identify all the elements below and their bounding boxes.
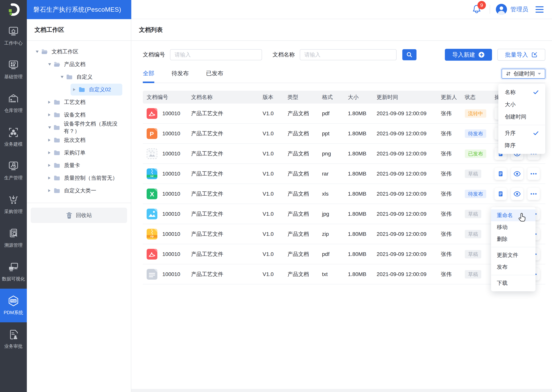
rail-item-pdm-hexagon[interactable]: PDM PDM系统 bbox=[0, 289, 27, 322]
sort-field-option[interactable]: 创建时间 bbox=[498, 111, 545, 123]
doc-size: 1.80MB bbox=[348, 251, 377, 257]
rail-item-cart-download[interactable]: 采购管理 bbox=[0, 188, 27, 221]
tab-待发布[interactable]: 待发布 bbox=[172, 70, 189, 83]
sort-field-option[interactable]: 大小 bbox=[498, 98, 545, 111]
rail-item-screens[interactable]: 数据可视化 bbox=[0, 255, 27, 289]
notifications-button[interactable]: 9 bbox=[472, 4, 481, 15]
chevron-down-icon[interactable] bbox=[36, 50, 41, 53]
rail-item-monitor-wrench[interactable]: 生产管理 bbox=[0, 154, 27, 188]
chevron-right-icon[interactable] bbox=[48, 151, 54, 154]
detail-button[interactable] bbox=[494, 188, 507, 200]
doc-type: 产品文档 bbox=[288, 130, 322, 137]
more-button[interactable] bbox=[527, 168, 540, 180]
tree-item[interactable]: 质量控制（当前暂无） bbox=[27, 172, 131, 184]
chevron-right-icon[interactable] bbox=[48, 164, 54, 167]
rail-item-label: 数据可视化 bbox=[2, 276, 25, 282]
sort-order-option[interactable]: 降序 bbox=[498, 139, 545, 152]
tree-item-label: 设备零件文档（系统没有？） bbox=[64, 120, 131, 135]
doc-version: V1.0 bbox=[262, 111, 288, 117]
chevron-down-icon[interactable] bbox=[48, 126, 53, 129]
sort-field-option[interactable]: 名称 bbox=[498, 86, 545, 98]
doc-name: 产品工艺文件 bbox=[191, 251, 262, 258]
context-menu-item[interactable]: 更新文件 bbox=[491, 249, 536, 261]
rail-item-label: 基础管理 bbox=[4, 74, 23, 80]
batch-import-button[interactable]: 批量导入 bbox=[497, 49, 545, 61]
doc-format: jpg bbox=[322, 211, 348, 217]
tab-已发布[interactable]: 已发布 bbox=[206, 70, 223, 83]
doc-updater: 张伟 bbox=[441, 110, 465, 117]
rail-item-warehouse[interactable]: 仓库管理 bbox=[0, 86, 27, 120]
column-header: 格式 bbox=[322, 94, 348, 101]
context-menu-item[interactable]: 移动 bbox=[491, 221, 536, 233]
rail-item-hexagons[interactable]: 业务建模 bbox=[0, 120, 27, 154]
tree-item[interactable]: 设备零件文档（系统没有？） bbox=[27, 121, 131, 134]
svg-text:PDM: PDM bbox=[11, 300, 16, 302]
logo-icon bbox=[6, 2, 21, 17]
preview-button[interactable] bbox=[511, 188, 523, 200]
tab-全部[interactable]: 全部 bbox=[143, 70, 154, 83]
status-badge: 草稿 bbox=[465, 270, 481, 279]
chevron-right-icon[interactable] bbox=[73, 88, 79, 91]
rail-item-trace-search[interactable]: 溯源管理 bbox=[0, 221, 27, 255]
more-button[interactable] bbox=[527, 188, 540, 200]
tree-item[interactable]: 文档工作区 bbox=[27, 45, 131, 58]
search-toolbar: 文档编号 文档名称 导入新建 批量导入 bbox=[143, 49, 545, 61]
svg-text:zip: zip bbox=[150, 235, 154, 238]
chevron-right-icon[interactable] bbox=[48, 138, 54, 142]
context-menu-item[interactable]: 发布 bbox=[491, 261, 536, 273]
context-menu-item[interactable]: 下载 bbox=[491, 277, 536, 289]
rail-item-monitor-grid[interactable]: 基础管理 bbox=[0, 53, 27, 86]
doc-updated: 2021-09-09 12:00:09 bbox=[377, 131, 441, 137]
status-badge: 草稿 bbox=[465, 210, 481, 218]
tree-item[interactable]: 产品文档 bbox=[27, 58, 131, 71]
doc-type: 产品文档 bbox=[288, 110, 322, 117]
doc-no-input[interactable] bbox=[170, 49, 262, 60]
chevron-right-icon[interactable] bbox=[48, 113, 54, 117]
doc-updater: 张伟 bbox=[441, 170, 465, 177]
tree-item[interactable]: 批次文档 bbox=[27, 134, 131, 147]
chevron-right-icon[interactable] bbox=[48, 189, 54, 192]
tree-item[interactable]: 自定义02 bbox=[27, 83, 131, 96]
horizontal-scrollbar[interactable] bbox=[131, 389, 552, 392]
column-header: 类型 bbox=[288, 94, 322, 101]
doc-version: V1.0 bbox=[262, 131, 288, 137]
recycle-bin-button[interactable]: 回收站 bbox=[31, 208, 127, 223]
rail-item-doc-stamp[interactable]: 业务审批 bbox=[0, 322, 27, 356]
detail-button[interactable] bbox=[494, 168, 507, 180]
import-new-button[interactable]: 导入新建 bbox=[445, 49, 492, 61]
doc-name-input[interactable] bbox=[300, 49, 397, 60]
search-button[interactable] bbox=[402, 49, 416, 60]
tree-item[interactable]: 自定义 bbox=[27, 71, 131, 83]
doc-size: 1.80MB bbox=[348, 191, 377, 197]
doc-updater: 张伟 bbox=[441, 190, 465, 197]
menu-button[interactable] bbox=[536, 6, 544, 13]
chevron-right-icon[interactable] bbox=[48, 100, 54, 104]
chevron-down-icon[interactable] bbox=[48, 63, 54, 66]
user-menu[interactable]: 管理员 bbox=[496, 4, 528, 15]
recycle-bin-label: 回收站 bbox=[76, 212, 92, 219]
file-icon-txt bbox=[147, 269, 157, 280]
tree-item[interactable]: 采购订单 bbox=[27, 147, 131, 159]
rail-item-monitor-home[interactable]: 工作中心 bbox=[0, 19, 27, 53]
chevron-down-icon[interactable] bbox=[60, 76, 66, 78]
preview-button[interactable] bbox=[511, 168, 523, 180]
doc-no: 100010 bbox=[162, 171, 180, 177]
column-header: 更新人 bbox=[441, 94, 465, 101]
hand-cursor-icon bbox=[517, 212, 526, 222]
chevron-right-icon[interactable] bbox=[48, 176, 54, 180]
tree-item[interactable]: 工艺文档 bbox=[27, 96, 131, 109]
tree-item[interactable]: 自定义大类一 bbox=[27, 184, 131, 197]
page-title: 文档列表 bbox=[131, 19, 552, 41]
context-menu-item[interactable]: 删除 bbox=[491, 233, 536, 245]
sort-select[interactable]: 创建时间 bbox=[501, 69, 545, 79]
context-menu-item[interactable]: 重命名 bbox=[491, 210, 536, 221]
sort-order-option[interactable]: 升序 bbox=[498, 127, 545, 139]
tree-item[interactable]: 设备文档 bbox=[27, 109, 131, 121]
sort-dropdown: 名称大小创建时间升序降序 bbox=[498, 84, 545, 154]
menu-divider bbox=[498, 125, 545, 125]
doc-format: xls bbox=[322, 191, 348, 197]
file-icon-xls: X bbox=[147, 189, 157, 199]
folder-tree: 文档工作区 产品文档 自定义 自定义02 工艺文档 设备文档 设备零件文档（系统… bbox=[27, 41, 131, 197]
doc-name: 产品工艺文件 bbox=[191, 170, 262, 177]
tree-item[interactable]: 质量卡 bbox=[27, 159, 131, 172]
